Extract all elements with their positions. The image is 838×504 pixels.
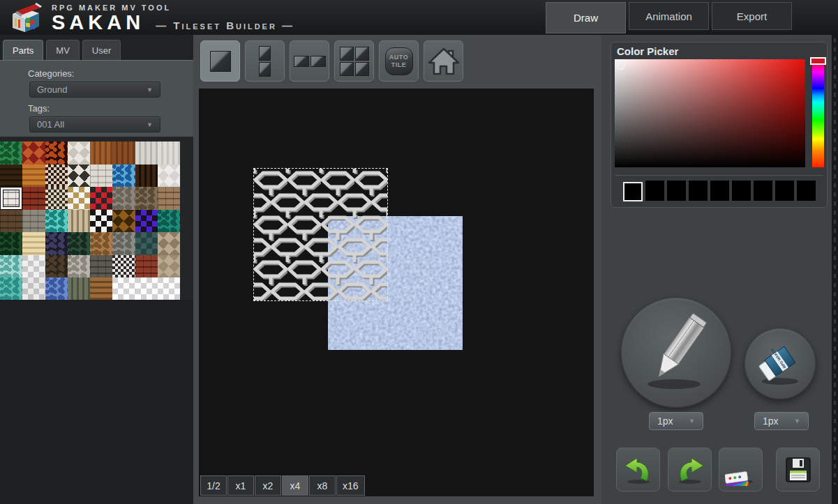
palette-tile-brown-dirt[interactable]	[90, 232, 112, 255]
auto-tile-button[interactable]: AUTO TILE	[379, 40, 419, 82]
palette-tile-red-checker[interactable]	[90, 187, 112, 210]
tile-selection[interactable]	[253, 168, 388, 301]
palette-tile-wood-planks[interactable]	[90, 277, 112, 300]
palette-tile-teal-glassblock[interactable]	[45, 210, 68, 233]
palette-tile-green-scales[interactable]	[68, 232, 90, 255]
palette-tile-teal-stone[interactable]	[158, 210, 180, 233]
redo-button[interactable]	[668, 448, 712, 491]
palette-tile-cobblestones[interactable]	[90, 255, 112, 278]
swatch-2[interactable]	[667, 181, 686, 201]
save-button[interactable]	[776, 448, 820, 491]
building-button[interactable]	[424, 40, 463, 82]
tab-draw[interactable]: Draw	[546, 2, 626, 33]
hue-cursor[interactable]	[810, 57, 826, 65]
palette-tile-white-metal[interactable]	[22, 255, 45, 278]
palette-tile-gray-stone[interactable]	[112, 187, 135, 210]
zoom-x2[interactable]: x2	[255, 475, 281, 496]
saturation-value-field[interactable]	[615, 59, 805, 167]
eraser-size-select[interactable]: 1px ▼	[754, 412, 809, 430]
tab-animation[interactable]: Animation	[629, 2, 709, 30]
palette-tile-gray-stone-2[interactable]	[112, 232, 135, 255]
palette-button[interactable]	[719, 448, 763, 491]
palette-tile-ornate-brown[interactable]	[45, 165, 68, 188]
vertical-2-tiles-button[interactable]	[245, 40, 285, 82]
palette-tile-black-web[interactable]	[45, 232, 68, 255]
palette-tile-red-brick-2[interactable]	[135, 255, 158, 278]
palette-tile-crackle-stone[interactable]	[135, 187, 158, 210]
palette-tile-ornate-bw[interactable]	[112, 255, 135, 278]
hue-slider[interactable]	[812, 59, 824, 167]
palette-tile-blue-crystal[interactable]	[112, 165, 135, 188]
palette-tile-brown-smallbrick[interactable]	[0, 210, 22, 233]
palette-tile-brown-brick[interactable]	[158, 187, 180, 210]
palette-tile-white-metal-2[interactable]	[22, 277, 45, 300]
current-color-swatch[interactable]	[623, 182, 643, 201]
palette-tile-green-stripes[interactable]	[68, 277, 90, 300]
palette-tile-white-diamond-tile[interactable]	[68, 142, 90, 165]
sidebar-tab-parts[interactable]: Parts	[3, 40, 43, 60]
palette-tile-white-brick[interactable]	[0, 187, 22, 210]
palette-tile-white-planks[interactable]	[135, 142, 158, 165]
palette-scrollbar[interactable]	[180, 137, 193, 300]
palette-tile-cobble-circle[interactable]	[68, 255, 90, 278]
palette-tile-tan-lace[interactable]	[158, 232, 180, 255]
palette-tile-teal-glass[interactable]	[0, 255, 22, 278]
zoom-x1[interactable]: x1	[227, 475, 254, 496]
tab-export[interactable]: Export	[712, 2, 792, 30]
palette-tile-sand-waves[interactable]	[22, 232, 45, 255]
zoom-x16[interactable]: x16	[336, 475, 365, 496]
sidebar-tab-user[interactable]: User	[82, 40, 121, 60]
palette-tile-gold-window[interactable]	[68, 187, 90, 210]
sidebar-tab-mv[interactable]: MV	[46, 40, 80, 60]
swatch-6[interactable]	[754, 181, 772, 201]
palette-tile-wood-diagonal[interactable]	[90, 142, 112, 165]
pencil-tool-button[interactable]	[621, 298, 731, 408]
palette-tile-ornate-circles[interactable]	[45, 187, 68, 210]
palette-tile-teal-squares[interactable]	[135, 232, 158, 255]
sv-cursor[interactable]	[616, 61, 625, 70]
swatch-4[interactable]	[710, 181, 729, 201]
quad-tiles-button[interactable]	[334, 40, 374, 82]
categories-select[interactable]: Ground ▼	[29, 82, 160, 98]
palette-tile-transparent[interactable]	[158, 277, 180, 300]
palette-tile-dark-fence[interactable]	[135, 165, 158, 188]
palette-tile-red-brick[interactable]	[22, 187, 45, 210]
palette-tile-transparent[interactable]	[135, 277, 158, 300]
palette-tile-tan-lace-2[interactable]	[158, 255, 180, 278]
swatch-7[interactable]	[775, 181, 794, 201]
palette-tile-dark-soil[interactable]	[0, 165, 22, 188]
palette-tile-darkgreen-stone[interactable]	[0, 232, 22, 255]
palette-tile-orange-planks[interactable]	[22, 165, 45, 188]
swatch-1[interactable]	[645, 181, 664, 201]
palette-tile-dark-leaves[interactable]	[45, 255, 68, 278]
palette-tile-gray-brick[interactable]	[22, 210, 45, 233]
palette-tile-birch-fence[interactable]	[68, 210, 90, 233]
tags-select[interactable]: 001 All ▼	[29, 116, 160, 132]
zoom-x8[interactable]: x8	[309, 475, 336, 496]
palette-tile-teal-glass-2[interactable]	[0, 277, 22, 300]
palette-tile-marble-diamond[interactable]	[68, 165, 90, 188]
palette-tile-red-kaleido[interactable]	[22, 142, 45, 165]
pencil-size-select[interactable]: 1px ▼	[649, 412, 703, 430]
palette-tile-gold-ornate[interactable]	[112, 210, 135, 233]
swatch-8[interactable]	[797, 181, 816, 201]
palette-tile-bw-checker[interactable]	[90, 210, 112, 233]
palette-tile-emboss-tile[interactable]	[158, 165, 180, 188]
palette-tile-parquet[interactable]	[112, 142, 135, 165]
zoom-1-2[interactable]: 1/2	[200, 475, 227, 496]
palette-tile-light-planks[interactable]	[158, 142, 180, 165]
swatch-3[interactable]	[689, 181, 708, 201]
palette-tile-blue-sparkle[interactable]	[45, 277, 68, 300]
palette-tile-grass[interactable]	[0, 142, 22, 165]
palette-tile-purple-checker[interactable]	[135, 210, 158, 233]
single-tile-button[interactable]	[200, 40, 240, 82]
palette-tile-transparent[interactable]	[112, 277, 135, 300]
swatch-5[interactable]	[732, 181, 751, 201]
undo-button[interactable]	[616, 448, 660, 491]
palette-tile-lava-rock[interactable]	[45, 142, 68, 165]
window-scrollbar[interactable]	[832, 0, 838, 504]
drawing-canvas[interactable]: 1/2x1x2x4x8x16	[199, 89, 594, 496]
horizontal-2-tiles-button[interactable]	[290, 40, 329, 82]
palette-tile-white-stone[interactable]	[90, 165, 112, 188]
zoom-x4[interactable]: x4	[282, 475, 308, 496]
